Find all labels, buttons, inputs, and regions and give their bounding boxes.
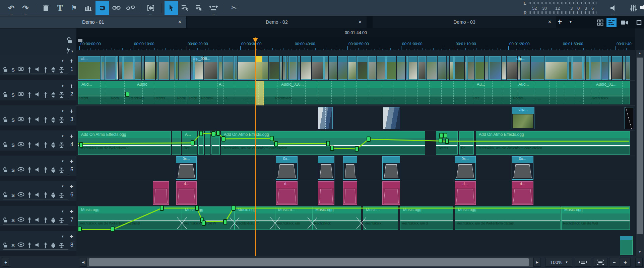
track-lock-icon[interactable] [3, 192, 8, 199]
track-lock-icon[interactable] [3, 92, 8, 99]
track-speaker-icon[interactable] [35, 242, 41, 249]
tab-demo-02[interactable]: Demo - 02 ✕ [187, 16, 367, 28]
track-speaker-icon[interactable] [35, 92, 41, 98]
zoom-horizontal-button[interactable] [575, 258, 591, 267]
zoom-in-button[interactable]: + [620, 258, 631, 267]
track-visibility-icon[interactable] [17, 192, 24, 198]
track-add-icon[interactable]: + [70, 82, 73, 90]
track-solo-icon[interactable]: S [11, 142, 15, 148]
track-collapse-icon[interactable] [59, 217, 64, 225]
track-solo-icon[interactable]: S [11, 167, 15, 173]
track-collapse-icon[interactable] [59, 92, 64, 99]
track-visibility-icon[interactable] [17, 117, 24, 123]
track-lock-icon[interactable] [3, 242, 8, 250]
grid-view-button[interactable] [595, 18, 605, 27]
track-add-icon[interactable]: + [70, 132, 73, 140]
track-speaker-icon[interactable] [35, 142, 41, 149]
track-fader2-icon[interactable] [44, 117, 47, 124]
track-visibility-icon[interactable] [17, 242, 24, 248]
track-updown-icon[interactable] [51, 117, 56, 124]
audio-chart-button[interactable] [81, 1, 95, 15]
track-visibility-icon[interactable] [17, 217, 24, 223]
mouse-pointer-button[interactable] [165, 1, 178, 15]
tab-close-icon[interactable]: ✕ [548, 19, 552, 24]
track-fader2-icon[interactable] [44, 217, 47, 225]
track-fader-icon[interactable] [28, 142, 31, 150]
track-fader2-icon[interactable] [44, 167, 47, 175]
undo-button[interactable]: ↶••• [5, 1, 18, 15]
track-add-icon[interactable]: + [70, 183, 73, 190]
ungroup-button[interactable] [124, 1, 137, 15]
delete-button[interactable] [39, 1, 53, 15]
track-fader2-icon[interactable] [44, 242, 47, 250]
split-button[interactable]: ✂ [227, 1, 241, 15]
track-menu-caret-icon[interactable]: ▾ [62, 234, 64, 239]
timeline-ruler[interactable]: 00:00:00:0000:00:10:0000:00:20:0000:00:3… [76, 37, 635, 51]
add-track-button[interactable]: + [2, 258, 9, 267]
vertical-scroll-thumb[interactable] [637, 58, 643, 234]
track-fader-icon[interactable] [28, 92, 31, 99]
marker-button[interactable]: ⚑ [67, 1, 81, 15]
master-volume-button[interactable]: ••• [607, 1, 619, 15]
track-lock-icon[interactable] [3, 217, 8, 225]
track-visibility-icon[interactable] [17, 92, 24, 98]
track-lock-icon[interactable] [3, 167, 8, 174]
track-visibility-icon[interactable] [17, 167, 24, 173]
horizontal-scroll-thumb[interactable] [89, 258, 529, 266]
track-speaker-icon[interactable] [35, 217, 41, 224]
group-button[interactable] [110, 1, 123, 15]
track-lock-icon[interactable] [3, 67, 8, 74]
current-time-display[interactable]: 00:01:44:00 [76, 28, 635, 37]
zoom-out-button[interactable]: − [609, 258, 619, 267]
track-lock-icon[interactable] [3, 142, 8, 149]
track-collapse-icon[interactable] [59, 142, 64, 150]
timeline-view-button[interactable] [606, 18, 617, 27]
track-speaker-icon[interactable] [35, 117, 41, 123]
scroll-down-icon[interactable]: ▼ [636, 249, 644, 255]
redo-button[interactable]: ↷••• [19, 1, 32, 15]
track-menu-caret-icon[interactable]: ▾ [62, 59, 64, 63]
track-solo-icon[interactable]: S [11, 117, 15, 123]
tab-demo-03[interactable]: Demo - 03 ✕ [373, 16, 556, 28]
track-fader-icon[interactable] [28, 67, 31, 74]
track-collapse-icon[interactable] [59, 192, 64, 200]
track-solo-icon[interactable]: S [11, 243, 15, 248]
scroll-left-icon[interactable]: ◀ [80, 258, 86, 267]
track-fader-icon[interactable] [28, 117, 31, 124]
magnet-snap-button[interactable] [95, 1, 109, 15]
track-collapse-icon[interactable] [59, 242, 64, 250]
track-updown-icon[interactable] [51, 217, 56, 225]
scene-view-button[interactable] [619, 18, 629, 27]
track-fader-icon[interactable] [28, 217, 31, 225]
track-add-icon[interactable]: + [70, 208, 73, 215]
add-tab-menu-caret[interactable]: ▾ [570, 19, 572, 24]
track-solo-icon[interactable]: S [11, 192, 15, 198]
title-text-button[interactable]: T [53, 1, 67, 15]
track-fader2-icon[interactable] [44, 142, 47, 150]
track-updown-icon[interactable] [51, 167, 56, 175]
track-menu-caret-icon[interactable]: ▾ [62, 109, 64, 113]
track-speaker-icon[interactable] [35, 67, 41, 73]
tab-close-icon[interactable]: ✕ [358, 19, 362, 24]
track-updown-icon[interactable] [51, 67, 56, 74]
track-updown-icon[interactable] [51, 242, 56, 250]
track-lock-icon[interactable] [3, 117, 8, 124]
auto-scroll-lightning-icon[interactable] [66, 46, 70, 54]
vertical-scrollbar[interactable]: ▲ ▼ [636, 50, 644, 256]
track-menu-caret-icon[interactable]: ▾ [62, 84, 64, 88]
track-fader-icon[interactable] [28, 242, 31, 250]
track-collapse-icon[interactable] [59, 67, 64, 74]
track-menu-caret-icon[interactable]: ▾ [62, 134, 64, 138]
timeline-background[interactable] [76, 50, 635, 256]
track-add-icon[interactable]: + [70, 107, 73, 115]
track-menu-caret-icon[interactable]: ▾ [62, 209, 64, 213]
add-track-corner-button[interactable]: + [635, 258, 643, 267]
track-menu-caret-icon[interactable]: ▾ [62, 159, 64, 163]
mixer-button[interactable] [628, 2, 639, 14]
tab-close-icon[interactable]: ✕ [178, 19, 182, 24]
track-speaker-icon[interactable] [35, 192, 41, 199]
corner-caret-icon[interactable]: ▾ [71, 49, 73, 54]
add-tab-button[interactable]: + [558, 17, 562, 26]
track-fader-icon[interactable] [28, 192, 31, 200]
scroll-up-icon[interactable]: ▲ [636, 50, 644, 56]
